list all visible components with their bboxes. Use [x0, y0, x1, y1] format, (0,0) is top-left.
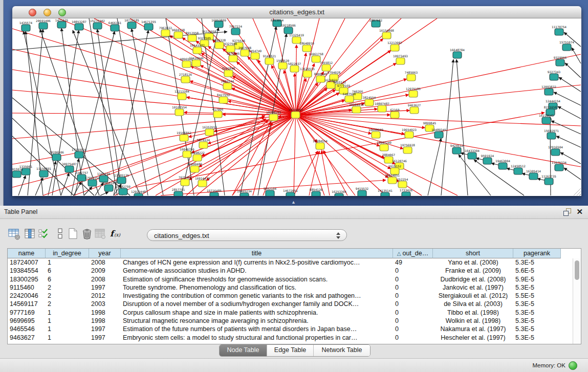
table-cell[interactable]: 49 — [393, 258, 433, 267]
graph-node[interactable] — [398, 181, 407, 188]
table-row[interactable]: 977716911998Corpus callosum shape and si… — [8, 309, 581, 317]
graph-node[interactable] — [117, 177, 126, 184]
table-cell[interactable]: Tourette syndrome. Phenomenology and cla… — [121, 283, 393, 292]
graph-node[interactable] — [93, 23, 102, 29]
graph-node[interactable] — [174, 191, 183, 196]
graph-node[interactable] — [335, 193, 343, 196]
graph-node[interactable] — [468, 152, 476, 159]
table-cell[interactable]: 1998 — [89, 309, 121, 317]
citation-network-graph[interactable]: 7963822966012889129581522605893275058186… — [12, 18, 581, 196]
table-cell[interactable]: 0 — [393, 334, 433, 342]
graph-node[interactable] — [316, 143, 324, 149]
graph-node[interactable] — [555, 164, 563, 171]
column-header-title[interactable]: title — [121, 249, 393, 258]
table-cell[interactable]: 0 — [393, 275, 433, 283]
table-scrollbar[interactable] — [573, 258, 581, 344]
table-row[interactable]: 1456911722003Disruption of a novel membe… — [8, 300, 581, 308]
table-cell[interactable]: 1 — [46, 317, 89, 325]
graph-node[interactable] — [278, 62, 287, 69]
table-row[interactable]: 969969511998Structural magnetic resonanc… — [8, 317, 581, 325]
table-cell[interactable]: Nakamura et al. (1997) — [433, 325, 513, 333]
graph-node[interactable] — [39, 23, 48, 29]
table-cell[interactable]: 6 — [46, 267, 89, 275]
graph-node[interactable] — [388, 177, 397, 184]
table-cell[interactable]: 2 — [46, 300, 89, 308]
graph-node[interactable] — [219, 97, 228, 103]
deselect-icon[interactable] — [54, 227, 67, 240]
table-cell[interactable]: 2 — [46, 292, 89, 300]
new-column-icon[interactable] — [67, 227, 80, 240]
table-cell[interactable]: 19384554 — [8, 267, 46, 275]
graph-node[interactable] — [198, 180, 207, 187]
graph-node[interactable] — [352, 106, 361, 113]
graph-node[interactable] — [210, 192, 219, 196]
table-cell[interactable]: 1998 — [89, 317, 121, 325]
graph-node[interactable] — [213, 111, 222, 118]
graph-node[interactable] — [39, 170, 48, 177]
graph-node[interactable] — [269, 114, 278, 121]
panel-splitter-handle[interactable]: ▲ — [291, 200, 296, 205]
graph-node[interactable] — [161, 30, 170, 36]
graph-node[interactable] — [229, 55, 237, 62]
graph-node[interactable] — [286, 192, 295, 196]
column-header-name[interactable]: name — [8, 249, 46, 258]
table-cell[interactable]: 5.5E-5 — [513, 292, 561, 300]
graph-node[interactable] — [111, 25, 119, 31]
table-mode-icon[interactable] — [8, 227, 21, 240]
table-cell[interactable]: 0 — [393, 300, 433, 308]
table-cell[interactable]: 9115460 — [8, 283, 46, 292]
graph-node[interactable] — [302, 45, 311, 52]
graph-node[interactable] — [365, 99, 374, 106]
graph-node[interactable] — [316, 76, 325, 82]
table-cell[interactable]: 0 — [393, 325, 433, 333]
graph-node[interactable] — [550, 74, 558, 80]
graph-node[interactable] — [542, 117, 551, 124]
graph-node[interactable] — [223, 83, 232, 90]
column-header-short[interactable]: short — [433, 249, 513, 258]
graph-node[interactable] — [396, 58, 405, 64]
table-cell[interactable]: Stergiakouli et al. (2012) — [433, 292, 513, 300]
graph-node[interactable] — [215, 42, 224, 49]
graph-node[interactable] — [174, 32, 183, 38]
table-cell[interactable]: 5.9E-5 — [513, 275, 561, 283]
table-cell[interactable]: 5.3E-5 — [513, 334, 561, 342]
graph-node[interactable] — [390, 45, 399, 51]
graph-node[interactable] — [514, 168, 522, 174]
table-cell[interactable]: Tibbo et al. (1998) — [433, 309, 513, 317]
table-cell[interactable]: 2008 — [89, 258, 121, 267]
table-cell[interactable]: 5.6E-5 — [513, 267, 561, 275]
table-cell[interactable]: 9699695 — [8, 317, 46, 325]
graph-node[interactable] — [434, 132, 443, 138]
graph-node[interactable] — [175, 109, 184, 116]
table-cell[interactable]: 6 — [46, 275, 89, 283]
table-cell[interactable]: 0 — [393, 267, 433, 275]
column-header-pagerank[interactable]: pagerank — [513, 249, 561, 258]
table-cell[interactable]: 18300295 — [8, 275, 46, 283]
column-header-in_degree[interactable]: in_degree — [46, 249, 89, 258]
graph-node[interactable] — [52, 154, 61, 161]
table-row[interactable]: 911546021997Tourette syndrome. Phenomeno… — [8, 283, 581, 292]
table-row[interactable]: 1872400712008Changes of HCN gene express… — [8, 258, 581, 267]
table-cell[interactable]: 0 — [393, 317, 433, 325]
graph-node[interactable] — [409, 91, 418, 97]
table-cell[interactable]: 1997 — [89, 283, 121, 292]
graph-node[interactable] — [291, 112, 300, 118]
graph-node[interactable] — [358, 190, 366, 196]
delete-table-icon[interactable] — [94, 227, 107, 240]
table-cell[interactable]: Hescheler et al. (1997) — [433, 334, 513, 342]
graph-node[interactable] — [545, 89, 553, 95]
graph-node[interactable] — [181, 179, 189, 186]
select-all-icon[interactable] — [37, 227, 51, 240]
graph-node[interactable] — [312, 56, 320, 62]
memory-status-indicator[interactable] — [569, 361, 577, 370]
graph-node[interactable] — [134, 193, 143, 196]
close-panel-icon[interactable]: ✕ — [576, 207, 583, 216]
table-cell[interactable]: 5.3E-5 — [513, 258, 561, 267]
table-cell[interactable]: 0 — [393, 283, 433, 292]
table-cell[interactable]: Structural magnetic resonance image aver… — [121, 317, 393, 325]
table-cell[interactable]: Estimation of significance thresholds fo… — [121, 275, 393, 283]
column-header-year[interactable]: year — [89, 249, 121, 258]
network-window[interactable]: citations_edges.txt 79638229660128891295… — [12, 6, 581, 196]
table-cell[interactable]: 9465546 — [8, 325, 46, 333]
graph-node[interactable] — [178, 93, 186, 100]
